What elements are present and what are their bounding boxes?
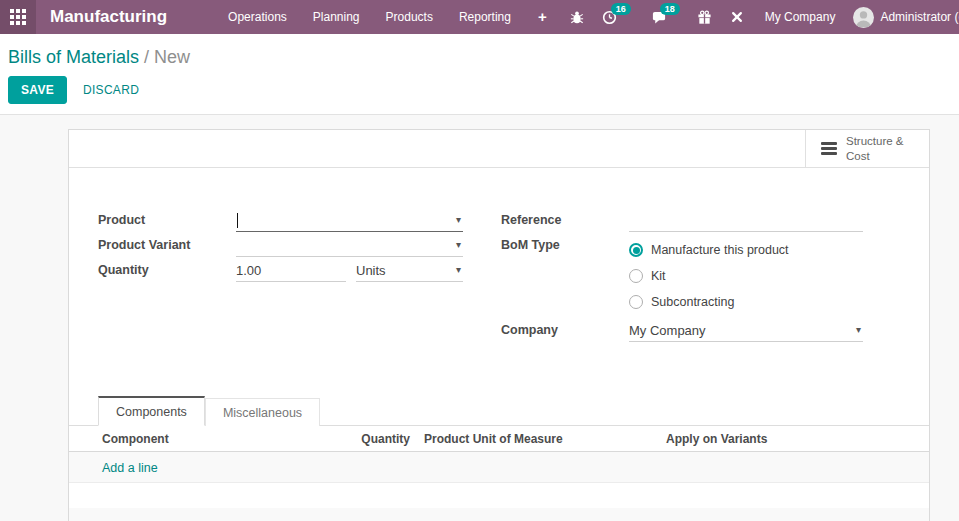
column-header-product-uom[interactable]: Product Unit of Measure <box>410 432 652 446</box>
menu-item-planning[interactable]: Planning <box>300 0 373 34</box>
add-line-row: Add a line <box>69 452 929 483</box>
form-right-column: Reference BoM Type Manufacture this prod… <box>501 210 931 368</box>
column-header-component[interactable]: Component <box>69 432 319 446</box>
breadcrumb-current: New <box>154 47 190 67</box>
radio-selected-icon <box>629 243 643 257</box>
breadcrumb-separator: / <box>144 47 149 67</box>
bars-icon <box>821 140 837 158</box>
product-variant-row: Product Variant ▾ <box>98 235 501 257</box>
column-header-quantity[interactable]: Quantity <box>319 432 410 446</box>
save-button[interactable]: SAVE <box>8 76 67 104</box>
column-header-apply-on-variants[interactable]: Apply on Variants <box>652 432 929 446</box>
avatar <box>853 7 874 28</box>
add-a-line-link[interactable]: Add a line <box>102 461 158 475</box>
messages-chat-icon[interactable]: 18 <box>642 0 676 34</box>
product-row: Product ▾ <box>98 210 501 232</box>
content-area: Structure & Cost Product ▾ Product Varia <box>0 115 959 521</box>
company-value: My Company <box>629 323 706 338</box>
user-menu[interactable]: Administrator (c <box>847 7 959 28</box>
menu-item-operations[interactable]: Operations <box>215 0 300 34</box>
components-list-header: Component Quantity Product Unit of Measu… <box>69 426 929 452</box>
reference-row: Reference <box>501 210 863 232</box>
gift-icon[interactable] <box>688 0 721 34</box>
breadcrumb: Bills of Materials / New <box>8 46 959 68</box>
chevron-down-icon[interactable]: ▾ <box>856 324 861 336</box>
product-input[interactable]: ▾ <box>236 210 463 232</box>
empty-list-row <box>69 483 929 508</box>
apps-grid-icon <box>10 9 26 25</box>
uom-value: Units <box>356 263 386 278</box>
systray: 16 18 <box>561 0 959 34</box>
form-statusbar: Structure & Cost <box>69 130 929 168</box>
chevron-down-icon[interactable]: ▾ <box>456 264 461 276</box>
reference-label: Reference <box>501 210 629 232</box>
apps-menu-button[interactable] <box>0 0 36 34</box>
radio-unselected-icon <box>629 269 643 283</box>
top-navbar: Manufacturing Operations Planning Produc… <box>0 0 959 34</box>
control-panel-buttons: SAVE DISCARD <box>8 76 959 104</box>
quantity-input[interactable] <box>236 263 346 278</box>
radio-label: Kit <box>651 269 666 283</box>
company-row: Company My Company ▾ <box>501 320 863 342</box>
company-select[interactable]: My Company ▾ <box>629 320 863 342</box>
screen: Manufacturing Operations Planning Produc… <box>0 0 959 521</box>
breadcrumb-bills-of-materials[interactable]: Bills of Materials <box>8 47 139 67</box>
radio-kit[interactable]: Kit <box>629 263 789 289</box>
bug-icon[interactable] <box>561 0 593 34</box>
radio-manufacture-this-product[interactable]: Manufacture this product <box>629 237 789 263</box>
radio-label: Subcontracting <box>651 295 734 309</box>
reference-input[interactable] <box>629 210 863 232</box>
bom-type-row: BoM Type Manufacture this product Kit <box>501 235 863 315</box>
top-menu: Operations Planning Products Reporting + <box>215 0 561 34</box>
company-label: Company <box>501 320 629 342</box>
company-switcher[interactable]: My Company <box>753 10 848 24</box>
product-variant-label: Product Variant <box>98 235 236 257</box>
form-body: Product ▾ Product Variant ▾ <box>69 168 929 368</box>
form-left-column: Product ▾ Product Variant ▾ <box>98 210 501 368</box>
product-variant-input[interactable]: ▾ <box>236 235 463 257</box>
structure-and-cost-button[interactable]: Structure & Cost <box>805 130 929 167</box>
product-label: Product <box>98 210 236 232</box>
notebook-tabs: Components Miscellaneous <box>69 396 929 426</box>
empty-list-row <box>69 508 929 521</box>
activities-badge: 16 <box>611 3 631 15</box>
control-panel: Bills of Materials / New SAVE DISCARD <box>0 34 959 115</box>
tab-miscellaneous[interactable]: Miscellaneous <box>205 398 320 426</box>
quantity-label: Quantity <box>98 260 236 282</box>
tab-components[interactable]: Components <box>98 396 205 426</box>
radio-unselected-icon <box>629 295 643 309</box>
structure-and-cost-label: Structure & Cost <box>846 134 910 163</box>
chevron-down-icon[interactable]: ▾ <box>456 214 461 226</box>
user-name: Administrator (c <box>880 10 959 24</box>
form-sheet: Structure & Cost Product ▾ Product Varia <box>68 129 930 521</box>
plus-icon[interactable]: + <box>524 0 561 34</box>
wrench-tools-icon[interactable] <box>721 0 753 34</box>
menu-item-reporting[interactable]: Reporting <box>446 0 524 34</box>
discard-button[interactable]: DISCARD <box>83 83 139 97</box>
quantity-row: Quantity Units ▾ <box>98 260 501 282</box>
text-cursor <box>237 213 238 228</box>
quantity-input-wrap <box>236 260 346 282</box>
app-title[interactable]: Manufacturing <box>50 7 167 27</box>
components-list: Component Quantity Product Unit of Measu… <box>69 426 929 521</box>
radio-subcontracting[interactable]: Subcontracting <box>629 289 789 315</box>
bom-type-radio-group: Manufacture this product Kit Subcontract… <box>629 235 789 315</box>
menu-item-products[interactable]: Products <box>373 0 446 34</box>
messages-badge: 18 <box>660 3 680 15</box>
activities-clock-icon[interactable]: 16 <box>593 0 626 34</box>
quantity-widgets: Units ▾ <box>236 260 463 282</box>
uom-select[interactable]: Units ▾ <box>356 260 463 282</box>
chevron-down-icon[interactable]: ▾ <box>456 239 461 251</box>
bom-type-label: BoM Type <box>501 235 629 315</box>
radio-label: Manufacture this product <box>651 243 789 257</box>
